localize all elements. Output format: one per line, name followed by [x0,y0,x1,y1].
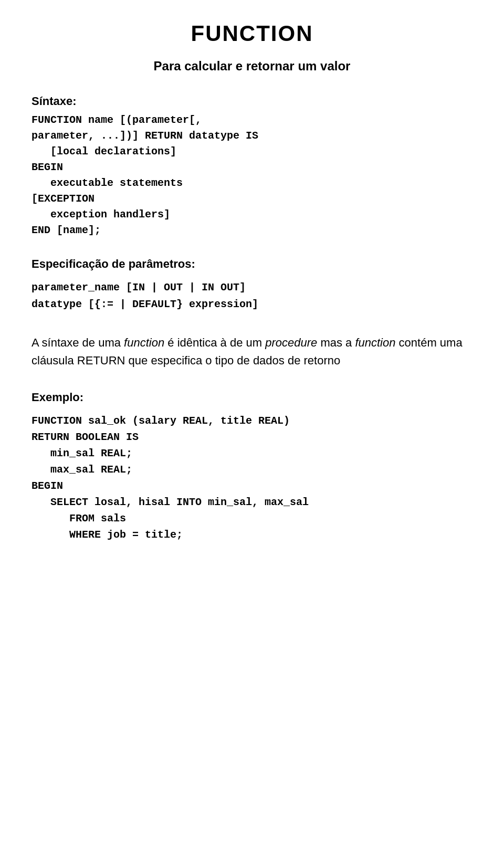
description-text: A síntaxe de uma function é idêntica à d… [32,334,472,370]
params-code-block: parameter_name [IN | OUT | IN OUT] datat… [32,279,472,313]
syntax-label: Síntaxe: [32,95,472,108]
page-title: FUNCTION [32,21,472,46]
syntax-code-block: FUNCTION name [(parameter[, parameter, .… [32,112,472,238]
subtitle: Para calcular e retornar um valor [32,59,472,74]
example-label: Exemplo: [32,391,472,404]
params-label: Especificação de parâmetros: [32,257,472,271]
example-code-block: FUNCTION sal_ok (salary REAL, title REAL… [32,413,472,543]
